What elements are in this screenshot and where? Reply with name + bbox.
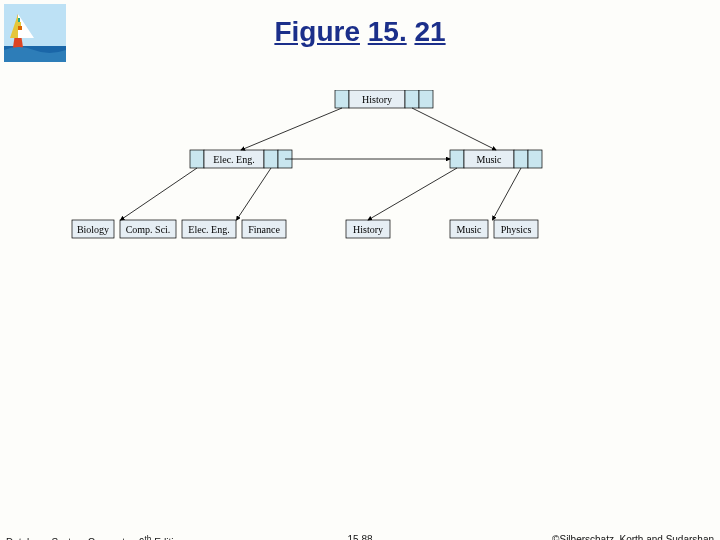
svg-line-41	[368, 168, 457, 220]
title-part-a: Figure	[274, 16, 360, 47]
svg-text:Finance: Finance	[248, 224, 280, 235]
svg-rect-16	[264, 150, 278, 168]
title-part-b: 15.	[368, 16, 407, 47]
svg-text:Physics: Physics	[501, 224, 532, 235]
svg-line-37	[241, 108, 342, 150]
svg-rect-8	[335, 90, 349, 108]
svg-rect-12	[419, 90, 433, 108]
svg-text:Music: Music	[477, 154, 503, 165]
svg-line-39	[121, 168, 198, 220]
svg-rect-11	[405, 90, 419, 108]
svg-line-38	[412, 108, 496, 150]
svg-line-42	[493, 168, 522, 220]
title-part-c: 21	[414, 16, 445, 47]
svg-text:Elec. Eng.: Elec. Eng.	[213, 154, 254, 165]
svg-line-40	[237, 168, 272, 220]
btree-diagram: HistoryElec. Eng.MusicBiologyComp. Sci.E…	[70, 90, 710, 270]
svg-rect-18	[450, 150, 464, 168]
footer-copyright: ©Silberschatz, Korth and Sudarshan	[552, 534, 714, 540]
svg-rect-13	[190, 150, 204, 168]
svg-text:Comp. Sci.: Comp. Sci.	[126, 224, 171, 235]
svg-text:History: History	[362, 94, 392, 105]
svg-rect-21	[514, 150, 528, 168]
svg-text:History: History	[353, 224, 383, 235]
svg-text:Elec. Eng.: Elec. Eng.	[188, 224, 229, 235]
slide: Figure 15. 21 HistoryElec. Eng.MusicBiol…	[0, 0, 720, 540]
svg-text:Music: Music	[457, 224, 483, 235]
svg-rect-22	[528, 150, 542, 168]
slide-title: Figure 15. 21	[0, 16, 720, 48]
svg-text:Biology: Biology	[77, 224, 109, 235]
